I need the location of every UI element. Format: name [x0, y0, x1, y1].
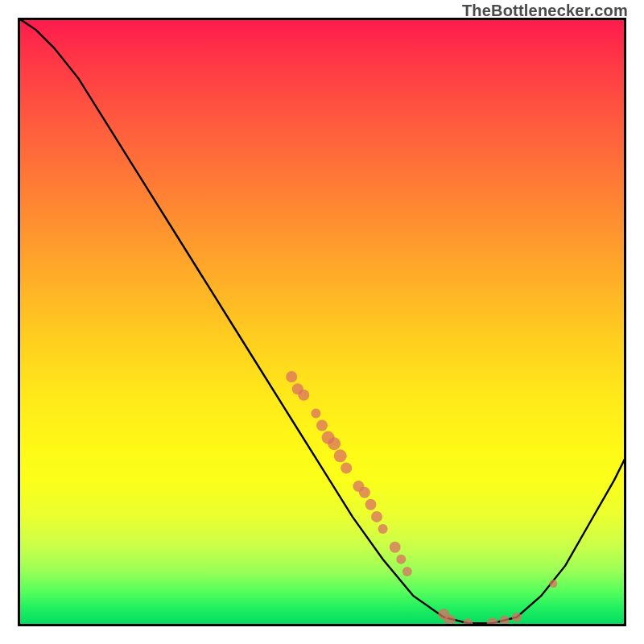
- watermark-text: TheBottlenecker.com: [462, 2, 628, 20]
- data-point: [512, 613, 522, 622]
- data-point: [365, 499, 377, 510]
- data-point: [341, 462, 352, 473]
- data-point: [334, 449, 347, 462]
- data-point: [463, 618, 473, 626]
- data-point: [316, 420, 328, 431]
- data-point: [286, 371, 297, 382]
- data-point: [390, 542, 401, 553]
- data-point: [311, 408, 320, 418]
- data-point: [487, 617, 498, 626]
- bottleneck-curve: [18, 18, 626, 623]
- data-points-group: [286, 371, 557, 626]
- data-point: [359, 487, 370, 498]
- plot-area: [18, 18, 626, 626]
- data-point: [549, 580, 557, 588]
- data-point: [328, 437, 341, 450]
- curve-layer: [18, 18, 626, 626]
- data-point: [298, 390, 309, 401]
- data-point: [500, 615, 510, 625]
- data-point: [371, 511, 382, 522]
- data-point: [402, 567, 412, 576]
- data-point: [396, 555, 406, 564]
- data-point: [378, 524, 388, 534]
- data-point: [444, 614, 456, 625]
- chart-frame: TheBottlenecker.com: [0, 0, 644, 644]
